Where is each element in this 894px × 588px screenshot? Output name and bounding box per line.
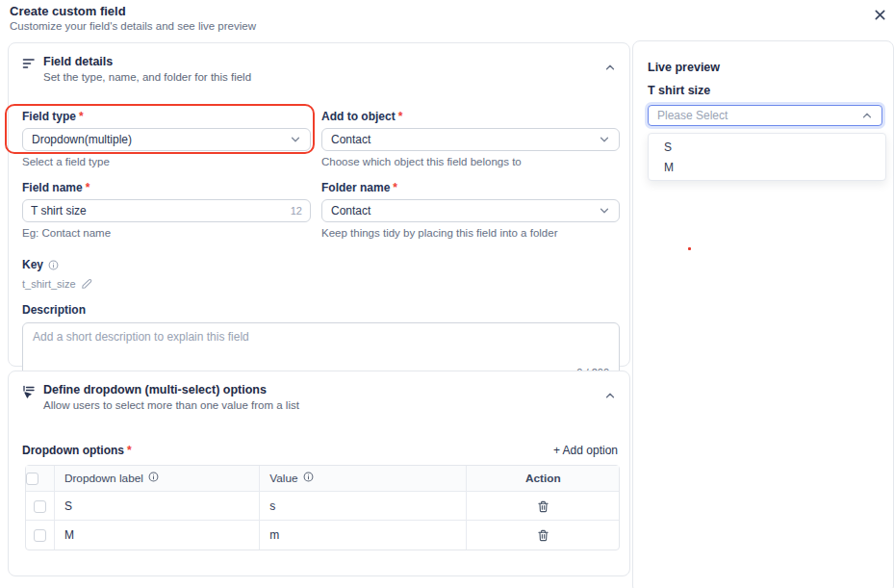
live-preview-card: Live preview T shirt size Please Select … (632, 40, 894, 588)
options-section-header: Define dropdown (multi-select) options A… (22, 383, 618, 411)
select-all-checkbox[interactable] (26, 473, 38, 485)
preview-option[interactable]: S (649, 137, 885, 157)
value-column-header: Value (269, 472, 297, 485)
add-option-button[interactable]: + Add option (553, 444, 618, 457)
info-icon (303, 472, 314, 485)
chevron-down-icon (290, 134, 301, 145)
row-checkbox[interactable] (34, 500, 46, 513)
collapse-section-button[interactable] (602, 60, 618, 78)
trash-icon (537, 529, 549, 542)
section-subtitle: Allow users to select more than one valu… (43, 399, 299, 411)
add-to-object-select[interactable]: Contact (321, 128, 620, 151)
page-title: Create custom field (10, 4, 126, 18)
field-type-value: Dropdown(multiple) (32, 133, 132, 146)
required-asterisk: * (86, 181, 90, 194)
create-custom-field-modal: Create custom field Customize your field… (0, 0, 894, 588)
add-to-object-value: Contact (331, 133, 370, 146)
pencil-icon (81, 278, 92, 290)
preview-option[interactable]: M (649, 157, 885, 177)
char-count: 12 (291, 205, 302, 217)
sort-lines-icon (22, 57, 36, 74)
chevron-up-icon (861, 110, 873, 121)
required-asterisk: * (393, 181, 397, 194)
key-label: Key (22, 258, 43, 271)
action-column-header: Action (467, 466, 619, 492)
required-asterisk: * (398, 110, 403, 123)
option-label-cell[interactable]: M (55, 521, 260, 550)
chevron-down-icon (599, 205, 610, 217)
page-subtitle: Customize your field's details and see l… (10, 20, 256, 32)
table-header-row: Dropdown label Value Action (26, 466, 619, 492)
option-value-cell[interactable]: s (260, 492, 467, 521)
field-name-label: Field name (22, 181, 83, 194)
field-type-select[interactable]: Dropdown(multiple) (22, 128, 311, 151)
info-icon (148, 472, 159, 485)
add-to-object-group: Add to object* Contact Choose which obje… (321, 110, 620, 167)
preview-dropdown-menu: S M (648, 133, 886, 181)
required-asterisk: * (79, 110, 84, 123)
trash-icon (537, 500, 549, 513)
chevron-down-icon (599, 134, 610, 145)
options-table: Dropdown label Value Action S s (25, 465, 620, 550)
edit-key-button[interactable] (81, 278, 92, 290)
preview-field-label: T shirt size (648, 84, 879, 97)
dropdown-options-card: Define dropdown (multi-select) options A… (8, 371, 630, 576)
preview-select[interactable]: Please Select (648, 105, 882, 126)
info-icon (48, 260, 59, 270)
live-preview-title: Live preview (648, 61, 879, 74)
folder-name-label: Folder name (321, 181, 390, 194)
add-to-object-helper: Choose which object this field belongs t… (321, 156, 620, 167)
table-row: M m (26, 521, 619, 550)
collapse-section-button[interactable] (602, 388, 618, 406)
field-type-helper: Select a field type (22, 156, 311, 167)
label-column-header: Dropdown label (64, 472, 143, 485)
key-group: Key t_shirt_size (22, 258, 311, 290)
section-title: Field details (43, 55, 251, 68)
field-type-label: Field type (22, 110, 76, 123)
delete-option-button[interactable] (537, 500, 549, 513)
row-checkbox[interactable] (34, 529, 46, 542)
dropdown-list-icon (22, 385, 36, 402)
folder-name-select[interactable]: Contact (321, 199, 620, 222)
chevron-up-icon (604, 390, 616, 401)
field-name-group: Field name* 12 Eg: Contact name (22, 181, 311, 239)
chevron-up-icon (604, 62, 616, 73)
folder-name-value: Contact (331, 204, 370, 217)
option-value-cell[interactable]: m (260, 521, 467, 550)
table-row: S s (26, 492, 619, 521)
option-label-cell[interactable]: S (55, 492, 260, 521)
field-details-header: Field details Set the type, name, and fo… (22, 55, 618, 83)
delete-option-button[interactable] (537, 529, 549, 542)
red-dot-mark (688, 247, 691, 250)
close-icon (874, 9, 886, 21)
section-title: Define dropdown (multi-select) options (43, 383, 299, 396)
field-details-card: Field details Set the type, name, and fo… (8, 42, 630, 367)
close-button[interactable] (871, 6, 888, 23)
dropdown-options-label: Dropdown options (22, 444, 124, 457)
key-value: t_shirt_size (22, 278, 76, 290)
field-name-input[interactable] (31, 204, 285, 217)
folder-name-group: Folder name* Contact Keep things tidy by… (321, 181, 620, 239)
section-subtitle: Set the type, name, and folder for this … (43, 71, 251, 83)
add-to-object-label: Add to object (321, 110, 396, 123)
required-asterisk: * (127, 444, 132, 457)
preview-select-placeholder: Please Select (657, 109, 728, 122)
description-label: Description (22, 303, 620, 317)
field-name-helper: Eg: Contact name (22, 227, 311, 239)
folder-name-helper: Keep things tidy by placing this field i… (321, 227, 620, 239)
field-type-group: Field type* Dropdown(multiple) Select a … (22, 110, 311, 167)
